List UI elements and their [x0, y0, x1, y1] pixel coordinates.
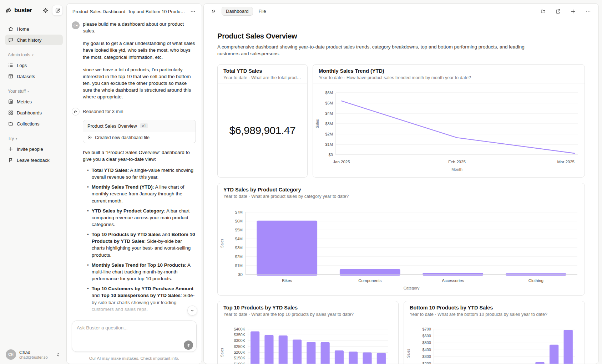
svg-text:$300: $300 [423, 354, 431, 359]
svg-text:$0: $0 [329, 153, 333, 157]
chat-panel: Product Sales Dashboard: Top and Bottom … [66, 3, 202, 364]
svg-text:$500: $500 [423, 340, 431, 345]
main-area: Product Sales Dashboard: Top and Bottom … [66, 0, 602, 364]
preview-more-options-button[interactable] [583, 7, 593, 16]
sidebar-item-label: Collections [17, 121, 40, 127]
sidebar-item-label: Metrics [17, 99, 32, 104]
metric-body: $6,989,901.47 [218, 83, 307, 177]
chart-title: Total YTD Sales [223, 67, 302, 75]
chart-header: YTD Sales by Product Category Year to da… [218, 183, 585, 202]
chat-title: Product Sales Dashboard: Top and Bottom … [72, 9, 185, 14]
user-menu[interactable]: CH Chad chad@buster.so [5, 348, 63, 360]
assistant-message: I've built a “Product Sales Overview” da… [83, 149, 196, 318]
metric-card-total-ytd-sales[interactable]: Total YTD Sales Year to date · What are … [217, 64, 308, 178]
chart-header: Bottom 10 Products by YTD Sales Year to … [404, 301, 585, 320]
message-paragraph: my goal is to get a clear understanding … [83, 40, 196, 60]
chart-subtitle: Year to date · What are the top 10 produ… [223, 312, 393, 317]
dashboard-file-card[interactable]: Product Sales Overview v1 Created new da… [83, 120, 196, 143]
bullet-marker: • [87, 167, 89, 180]
chart-card-top-10-products[interactable]: Top 10 Products by YTD Sales Year to dat… [217, 301, 399, 364]
sidebar-item-label: Home [17, 26, 29, 32]
reasoning-status[interactable]: Reasoned for 3 min [72, 108, 196, 116]
dashboard-content[interactable]: Product Sales Overview A comprehensive d… [204, 19, 598, 364]
bullet-marker: • [87, 184, 89, 204]
tab-file[interactable]: File [257, 7, 268, 15]
sidebar-nav: HomeChat historyAdmin tools▾LogsDatasets… [5, 24, 63, 166]
add-button[interactable] [568, 7, 578, 16]
settings-gear-button[interactable] [41, 6, 50, 15]
chart-subtitle: Year to date · What are the total produ… [223, 75, 302, 81]
buster-logo: buster [5, 6, 39, 14]
dashboard-title: Product Sales Overview [217, 31, 585, 41]
buster-logo-icon [5, 6, 13, 14]
app-title: buster [14, 7, 32, 14]
sidebar-spacer [5, 166, 63, 348]
folder-button[interactable] [538, 7, 548, 16]
sidebar-item-invite-people[interactable]: Invite people [5, 144, 63, 154]
file-card-status-text: Created new dashboard file [95, 135, 150, 140]
chart-card-sales-by-category[interactable]: YTD Sales by Product Category Year to da… [217, 183, 585, 296]
svg-text:Bikes: Bikes [282, 278, 292, 283]
send-button[interactable] [184, 340, 193, 350]
caret-down-icon: ▾ [16, 137, 17, 140]
dashboard-row-3: Top 10 Products by YTD Sales Year to dat… [217, 301, 585, 364]
svg-text:$400K: $400K [234, 327, 245, 331]
assistant-bullet: •Total YTD Sales: A single-value metric … [83, 167, 196, 180]
sidebar-item-collections[interactable]: Collections [5, 118, 63, 129]
double-chevron-right-icon [211, 9, 216, 14]
sidebar-item-home[interactable]: Home [5, 24, 63, 34]
svg-text:$600: $600 [423, 334, 431, 338]
chart-card-bottom-10-products[interactable]: Bottom 10 Products by YTD Sales Year to … [404, 301, 585, 364]
svg-text:$7M: $7M [235, 210, 243, 214]
collections-icon [8, 121, 14, 127]
sidebar-item-logs[interactable]: Logs [5, 60, 63, 71]
svg-text:Category: Category [404, 286, 420, 290]
chevron-down-icon [190, 308, 195, 313]
sidebar-item-leave-feedback[interactable]: Leave feedback [5, 155, 63, 165]
bar-chart-svg: $400K$350K$300K$250K$200K$150K$100K$50K$… [218, 320, 398, 364]
file-card-header: Product Sales Overview v1 [83, 120, 196, 132]
ellipsis-icon [190, 9, 196, 14]
section-label: Try [8, 136, 14, 141]
sidebar-section-admin-tools[interactable]: Admin tools▾ [8, 52, 63, 57]
bullet-text: YTD Sales by Product Category: A bar cha… [92, 207, 196, 228]
chat-more-options-button[interactable] [188, 7, 197, 16]
file-card-status: Created new dashboard file [83, 132, 196, 143]
sidebar-item-dashboards[interactable]: Dashboards [5, 107, 63, 118]
user-message-text: please build me a dashboard about our pr… [83, 21, 196, 101]
svg-text:$2M: $2M [235, 255, 243, 259]
assistant-bullet: •Top 10 Products by YTD Sales and Bottom… [83, 231, 196, 258]
bullet-text: Top 10 Products by YTD Sales and Bottom … [92, 231, 196, 258]
scroll-to-bottom-button[interactable] [187, 306, 197, 316]
user-name: Chad [19, 350, 48, 355]
bullet-marker: • [87, 207, 89, 228]
tab-dashboard[interactable]: Dashboard [222, 7, 253, 16]
sidebar-section-your-stuff[interactable]: Your stuff▾ [8, 89, 63, 94]
bullet-marker: • [87, 285, 89, 313]
sidebar-section-try[interactable]: Try▾ [8, 136, 63, 141]
metrics-icon [8, 99, 14, 104]
share-button[interactable] [553, 7, 563, 16]
sidebar-item-datasets[interactable]: Datasets [5, 71, 63, 82]
chart-title: Bottom 10 Products by YTD Sales [410, 304, 579, 311]
sidebar-item-label: Chat history [17, 37, 41, 43]
chat-input[interactable] [72, 321, 197, 352]
sidebar-item-label: Datasets [17, 74, 35, 79]
home-icon [8, 26, 14, 32]
collapse-panel-button[interactable] [209, 7, 218, 16]
file-card-title: Product Sales Overview [87, 123, 137, 129]
chart-card-monthly-sales-trend[interactable]: Monthly Sales Trend (YTD) Year to date ·… [313, 64, 585, 178]
dashboard-panel: Dashboard File [203, 3, 599, 364]
svg-text:Mar 2025: Mar 2025 [557, 160, 575, 164]
chat-messages: CH please build me a dashboard about our… [67, 19, 202, 318]
reasoned-label: Reasoned for 3 min [83, 109, 123, 114]
sidebar: buster HomeChat historyAdmin tools▾LogsD… [0, 0, 66, 364]
share-icon [555, 9, 561, 14]
svg-text:$6M: $6M [235, 219, 243, 223]
logs-icon [8, 62, 14, 68]
svg-text:$3M: $3M [235, 246, 243, 250]
sidebar-item-metrics[interactable]: Metrics [5, 96, 63, 107]
bar-chart: $400K$350K$300K$250K$200K$150K$100K$50K$… [218, 320, 398, 364]
sidebar-item-chat-history[interactable]: Chat history [5, 35, 63, 45]
new-chat-button[interactable] [52, 5, 63, 16]
